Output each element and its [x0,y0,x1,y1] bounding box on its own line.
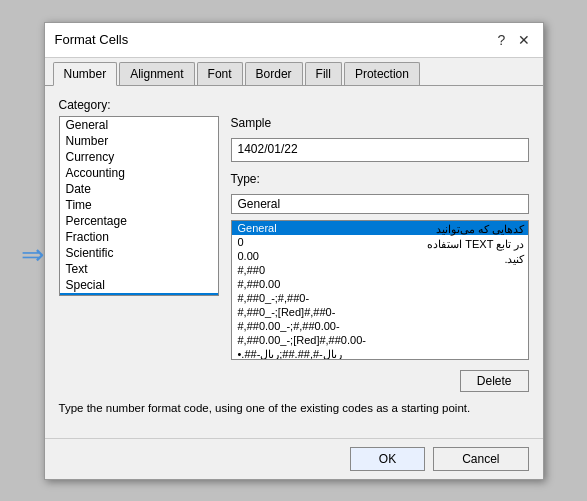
tab-alignment[interactable]: Alignment [119,62,194,85]
tab-fill[interactable]: Fill [305,62,342,85]
left-panel: ⇒ General Number Currency Accounting Dat… [59,116,219,392]
sample-label: Sample [231,116,529,130]
footer: OK Cancel [45,438,543,479]
type-hash0.00[interactable]: #,##0.00 [232,277,528,291]
category-number[interactable]: Number [60,133,218,149]
delete-row: Delete [231,370,529,392]
type-input[interactable] [231,194,529,214]
arrow-hint: ⇒ [21,237,44,270]
help-button[interactable]: ? [493,31,511,49]
type-hash0.00-red[interactable]: #,##0.00_-;[Red]#,##0.00- [232,333,528,347]
tab-content: Category: ⇒ General Number Currency Acco… [45,86,543,438]
category-label: Category: [59,98,529,112]
tab-number[interactable]: Number [53,62,118,86]
tab-protection[interactable]: Protection [344,62,420,85]
category-accounting[interactable]: Accounting [60,165,218,181]
type-hash0-red[interactable]: #,##0_-;[Red]#,##0- [232,305,528,319]
category-fraction[interactable]: Fraction [60,229,218,245]
category-date[interactable]: Date [60,181,218,197]
close-button[interactable]: ✕ [515,31,533,49]
type-general[interactable]: General [232,221,528,235]
type-0[interactable]: 0 [232,235,528,249]
delete-button[interactable]: Delete [460,370,529,392]
tab-font[interactable]: Font [197,62,243,85]
category-list[interactable]: General Number Currency Accounting Date … [59,116,219,296]
cancel-button[interactable]: Cancel [433,447,528,471]
type-list-container: General 0 0.00 #,##0 #,##0.00 #,##0_-;#,… [231,220,529,360]
title-bar: Format Cells ? ✕ [45,23,543,58]
tab-bar: Number Alignment Font Border Fill Protec… [45,58,543,86]
category-percentage[interactable]: Percentage [60,213,218,229]
tab-border[interactable]: Border [245,62,303,85]
type-hash0-[interactable]: #,##0_-;#,##0- [232,291,528,305]
type-hash0.00-[interactable]: #,##0.00_-;#,##0.00- [232,319,528,333]
title-bar-controls: ? ✕ [493,31,533,49]
category-custom[interactable]: Custom [60,293,218,296]
ok-button[interactable]: OK [350,447,425,471]
category-currency[interactable]: Currency [60,149,218,165]
type-hash0[interactable]: #,##0 [232,263,528,277]
type-rial1[interactable]: ریال-#,##.##;ریال-##.• [232,347,528,360]
format-cells-dialog: Format Cells ? ✕ Number Alignment Font B… [44,22,544,480]
category-scientific[interactable]: Scientific [60,245,218,261]
main-row: ⇒ General Number Currency Accounting Dat… [59,116,529,392]
category-text[interactable]: Text [60,261,218,277]
type-label: Type: [231,172,529,186]
category-general[interactable]: General [60,117,218,133]
description-text: Type the number format code, using one o… [59,402,529,414]
category-time[interactable]: Time [60,197,218,213]
dialog-title: Format Cells [55,32,129,47]
sample-value: 1402/01/22 [231,138,529,162]
type-0.00[interactable]: 0.00 [232,249,528,263]
right-panel: Sample 1402/01/22 Type: General 0 0.00 #… [231,116,529,392]
category-special[interactable]: Special [60,277,218,293]
type-list[interactable]: General 0 0.00 #,##0 #,##0.00 #,##0_-;#,… [231,220,529,360]
